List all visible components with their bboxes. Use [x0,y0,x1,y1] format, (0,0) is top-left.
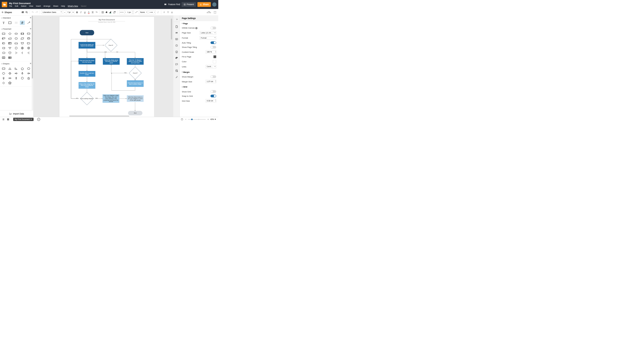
rail-history-icon[interactable] [175,44,178,47]
shp-arrow-ud[interactable] [14,76,19,80]
rail-page-icon[interactable] [175,25,178,28]
shape-note[interactable] [14,21,19,25]
page-tab-dropdown[interactable]: My First Document ▼ [13,118,33,121]
shp-right-triangle[interactable] [14,66,19,71]
menu-file[interactable]: File [9,5,12,7]
node-click-import[interactable]: Click the import button to add a custom … [127,80,143,87]
fc-directdata[interactable] [1,41,6,45]
canvas[interactable]: My First Document Vesselina Tasov | June… [33,16,173,117]
shape-hotspot[interactable] [20,21,25,25]
menu-share[interactable]: Share [53,5,58,7]
fc-multidoc[interactable] [1,36,6,40]
font-family-select[interactable]: Liberation Sans [41,10,62,14]
toggle-show-margin[interactable] [210,75,216,78]
node-look-shape[interactable]: Look for the shape you need in the left … [79,42,95,49]
rail-data-icon[interactable] [175,69,178,72]
document-title[interactable]: My First Document [9,2,162,4]
shape-line[interactable] [26,21,31,25]
select-units[interactable]: Centi… [206,65,216,68]
shp-diamond[interactable] [1,81,6,85]
rail-present-icon[interactable] [175,38,178,41]
font-size-decrease[interactable]: − [63,10,66,14]
align-icon[interactable] [91,11,94,14]
shp-arrow-down[interactable] [20,71,25,75]
canvas-horizontal-scrollbar[interactable] [69,116,129,116]
redo-icon[interactable] [35,11,38,14]
input-grid-size[interactable] [206,99,216,102]
font-size-stepper[interactable]: − + [63,10,74,14]
fullscreen-icon[interactable] [214,11,217,14]
menu-whats-new[interactable]: What's New [68,5,78,7]
section-shapes-close[interactable]: ✕ [30,62,32,65]
node-start[interactable]: Start [80,30,94,35]
line-shape-icon[interactable] [135,11,138,14]
image-icon[interactable] [21,11,24,14]
section-grid-title[interactable]: ▾Grid [182,86,216,88]
font-size-increase[interactable]: + [72,10,74,14]
node-click-shapes[interactable]: Click the "⚙ Shapes" option in the left … [127,58,143,65]
node-draw-line[interactable]: Draw a line using the red dots surroundi… [79,82,95,89]
menu-arrange[interactable]: Arrange [44,5,50,7]
section-margin-title[interactable]: ▾Margin [182,71,216,73]
left-panel-scrollbar[interactable] [32,16,33,117]
view-list-icon[interactable] [2,118,5,121]
lock-icon[interactable] [171,11,174,14]
menu-view[interactable]: View [29,5,33,7]
section-standard-close[interactable]: ✕ [30,16,32,19]
section-page-title[interactable]: ▾Page [182,22,216,25]
shp-cross[interactable] [7,71,12,75]
text-size-icon[interactable]: T▾ [95,11,98,14]
border-color-icon[interactable] [109,11,112,14]
zoom-percent[interactable]: 43% ▼ [210,118,216,120]
toolbar-more[interactable]: MORE [207,11,211,13]
magnet-icon[interactable] [166,11,170,14]
menu-edit[interactable]: Edit [15,5,18,7]
rail-quote-icon[interactable] [175,31,178,34]
fc-bracket-right[interactable] [14,51,19,55]
shp-arrow-lr[interactable] [7,76,12,80]
fill-table-icon[interactable] [101,11,104,14]
shp-octagon[interactable] [1,71,6,75]
toggle-infinite-canvas[interactable] [210,27,216,29]
shapes-panel-toggle[interactable]: Shapes [1,11,12,13]
input-margin-size[interactable] [206,80,216,83]
fc-delay[interactable] [26,41,31,45]
view-grid-icon[interactable] [7,118,10,121]
right-panel-collapse[interactable] [173,17,180,22]
underline-icon[interactable]: U [83,11,86,14]
shp-star[interactable] [26,76,31,80]
italic-icon[interactable]: I [79,11,82,14]
section-flowchart-header[interactable]: ▾Flowchart ✕ [0,27,33,31]
fill-color-icon[interactable] [105,11,108,14]
select-page-size[interactable]: Letter (21.59… [200,31,216,34]
line-weight-up[interactable]: ▴ [132,10,134,12]
fc-terminator[interactable] [14,32,19,36]
fc-data[interactable] [20,36,25,40]
line-weight-input[interactable] [126,10,132,14]
action-icon[interactable] [163,11,166,14]
shp-circle[interactable] [20,76,25,80]
shp-arrow-left[interactable] [26,71,31,75]
zoom-in-button[interactable]: + [207,118,209,120]
shape-options-icon[interactable] [113,11,116,14]
shp-triangle[interactable] [7,66,12,71]
zoom-slider[interactable] [188,119,206,119]
fc-swimlane[interactable] [7,56,12,60]
node-done-adding[interactable]: Done adding shapes? [79,94,95,103]
font-size-input[interactable] [66,10,72,14]
info-icon[interactable]: i [195,27,197,29]
fc-summing[interactable] [26,46,31,50]
fc-display[interactable] [1,51,6,55]
input-content-scale[interactable] [206,50,216,54]
import-data-button[interactable]: Import Data [0,110,33,117]
rail-comments-icon[interactable] [175,63,178,66]
fc-table[interactable] [1,56,6,60]
line-style-dropdown[interactable]: ▾ [125,12,126,13]
line-style-control[interactable]: ▾ ▴▾ [119,10,134,14]
shp-arrow-up[interactable] [1,76,6,80]
swap-icon[interactable] [156,11,159,14]
fc-predefined[interactable] [20,32,25,36]
shape-rect[interactable] [7,21,12,25]
page[interactable]: My First Document Vesselina Tasov | June… [59,17,154,117]
bold-icon[interactable]: B [75,11,79,14]
